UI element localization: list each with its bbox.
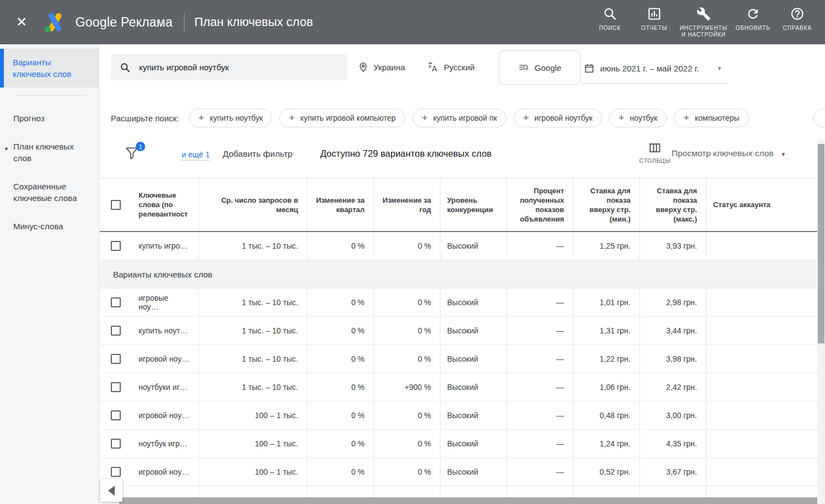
col-header-quarterly-change[interactable]: Изменение за квартал [307, 178, 373, 231]
cell-top-bid-low: 0,48 грн. [573, 402, 639, 429]
scroll-left-button[interactable] [100, 479, 122, 502]
cell-competition: Высокий [440, 289, 506, 316]
filter-button[interactable]: 1 [124, 145, 141, 162]
cell-quarterly-change: 0 % [307, 402, 373, 429]
cell-avg-monthly-searches: 100 – 1 тыс. [198, 430, 307, 457]
keyword-search-input[interactable]: купить игровой ноутбук [111, 54, 347, 80]
table-row[interactable]: игровые ноу… 1 тыс. – 10 тыс. 0 % 0 % Вы… [100, 289, 817, 317]
refine-chip[interactable]: +ноутбук [609, 109, 667, 127]
table-row[interactable]: ноутбуки иг… 1 тыс. – 10 тыс. 0 % +900 %… [100, 373, 817, 402]
cell-keyword: ноутбук игр… [132, 430, 198, 457]
cell-top-bid-low: 1,31 грн. [573, 317, 639, 344]
refine-chip-partial[interactable] [813, 109, 825, 127]
refine-chip[interactable]: +игровой ноутбук [514, 109, 602, 127]
cell-account-status [706, 458, 817, 486]
row-checkbox[interactable] [111, 382, 121, 392]
plus-icon: + [422, 112, 428, 124]
cell-yoy-change: 0 % [373, 289, 440, 316]
row-checkbox[interactable] [111, 467, 121, 477]
sidebar-item-keyword-plan[interactable]: ▼ План ключевых слов [0, 141, 99, 164]
cell-competition: Высокий [440, 430, 506, 457]
search-network-icon [518, 62, 529, 73]
col-header-yoy-change[interactable]: Изменение за год [373, 178, 440, 231]
cell-competition: Высокий [440, 232, 506, 260]
cell-keyword: игровой ноу… [132, 458, 198, 486]
col-header-competition[interactable]: Уровень конкуренции [440, 178, 506, 231]
select-all-checkbox[interactable] [111, 200, 121, 210]
search-button[interactable]: ПОИСК [590, 4, 630, 34]
table-row[interactable]: игровой ноу… 100 – 1 тыс. 0 % 0 % Высоки… [100, 402, 817, 430]
language-selector[interactable]: x A Русский [428, 54, 475, 80]
refresh-button[interactable]: ОБНОВИТЬ [733, 4, 773, 34]
results-summary: Доступно 729 вариантов ключевых слов [320, 148, 491, 159]
seed-keywords-body: купить игро… 1 тыс. – 10 тыс. 0 % 0 % Вы… [100, 232, 817, 260]
cell-competition: Высокий [440, 402, 506, 429]
plus-icon: + [683, 112, 689, 124]
page-title: План ключевых слов [194, 15, 313, 29]
refine-chip[interactable]: +купить игровой пк [412, 109, 506, 127]
col-header-account-status[interactable]: Статус аккаунта [706, 178, 817, 231]
help-button[interactable]: СПРАВКА [777, 4, 817, 34]
google-ads-logo-icon [42, 9, 68, 35]
network-selector[interactable]: Google [499, 50, 581, 85]
cell-top-bid-high: 2,42 грн. [639, 373, 706, 401]
keywords-table: Ключевые слова (по релевантност Ср. числ… [100, 178, 817, 504]
cell-top-bid-low: 1,25 грн. [573, 232, 639, 260]
add-filter-button[interactable]: Добавить фильтр [223, 149, 293, 159]
sidebar-item-saved-keywords[interactable]: Сохраненные ключевые слова [0, 181, 99, 204]
sidebar-item-negative-keywords[interactable]: Минус-слова [0, 220, 99, 232]
horizontal-scrollbar[interactable] [119, 497, 825, 504]
col-header-top-bid-low[interactable]: Ставка для показа вверху стр. (мин.) [573, 178, 639, 231]
keyword-view-selector[interactable]: Просмотр ключевых слов ▼ [672, 148, 786, 158]
refine-chip[interactable]: +купить ноутбук [189, 109, 272, 127]
more-filters-link[interactable]: и ещё 1 [182, 150, 209, 161]
row-checkbox[interactable] [111, 439, 121, 449]
col-header-avg-monthly-searches[interactable]: Ср. число запросов в месяц [198, 178, 307, 231]
refine-chip[interactable]: +купить игровой компьютер [279, 109, 405, 127]
table-row[interactable]: купить игро… 1 тыс. – 10 тыс. 0 % 0 % Вы… [100, 232, 817, 260]
cell-yoy-change: 0 % [373, 430, 440, 457]
vertical-scrollbar-thumb[interactable] [818, 144, 824, 343]
table-row[interactable]: ноутбук игр… 100 – 1 тыс. 0 % 0 % Высоки… [100, 430, 817, 458]
row-checkbox[interactable] [111, 354, 121, 364]
keyword-ideas-body: игровые ноу… 1 тыс. – 10 тыс. 0 % 0 % Вы… [100, 289, 817, 486]
sidebar-item-forecast[interactable]: Прогноз [0, 112, 99, 124]
table-row[interactable]: игровой ноу… 1 тыс. – 10 тыс. 0 % 0 % Вы… [100, 345, 817, 373]
reports-button[interactable]: ОТЧЕТЫ [634, 4, 674, 34]
table-row[interactable]: купить ноут… 1 тыс. – 10 тыс. 0 % 0 % Вы… [100, 317, 817, 345]
cell-competition: Высокий [440, 345, 506, 373]
brand-name: Google Реклама [75, 15, 173, 30]
cell-avg-monthly-searches: 1 тыс. – 10 тыс. [198, 373, 307, 401]
date-range-selector[interactable]: июнь 2021 г. – май 2022 г. ▼ [583, 53, 726, 84]
row-checkbox[interactable] [111, 241, 121, 251]
cell-impression-share: — [506, 232, 573, 260]
tools-settings-button[interactable]: ИНСТРУМЕНТЫ И НАСТРОЙКИ [679, 4, 729, 40]
cell-avg-monthly-searches: 1 тыс. – 10 тыс. [198, 232, 307, 260]
cell-avg-monthly-searches: 1 тыс. – 10 тыс. [198, 345, 307, 373]
cell-avg-monthly-searches: 100 – 1 тыс. [198, 458, 307, 486]
cell-quarterly-change: 0 % [307, 232, 373, 260]
refine-chip[interactable]: +компьютеры [674, 109, 749, 127]
cell-competition: Высокий [440, 458, 506, 486]
cell-top-bid-low: 1,24 грн. [573, 430, 639, 457]
row-checkbox[interactable] [111, 297, 121, 307]
col-header-keywords[interactable]: Ключевые слова (по релевантност [132, 178, 198, 231]
cell-top-bid-high: 3,44 грн. [639, 317, 706, 344]
cell-yoy-change: 0 % [373, 345, 440, 373]
table-row[interactable]: игровой ноу… 100 – 1 тыс. 0 % 0 % Высоки… [100, 458, 817, 486]
col-header-top-bid-high[interactable]: Ставка для показа вверху стр. (макс.) [639, 178, 706, 231]
location-selector[interactable]: Украина [358, 54, 405, 80]
row-checkbox[interactable] [111, 326, 121, 336]
col-header-impression-share[interactable]: Процент полученных показов объявления [506, 178, 573, 231]
cell-impression-share: — [506, 430, 573, 457]
bar-chart-icon [647, 7, 662, 21]
sidebar-item-keyword-ideas[interactable]: Варианты ключевых слов [0, 49, 99, 88]
cell-top-bid-high: 4,35 грн. [639, 430, 706, 457]
row-checkbox[interactable] [111, 410, 121, 420]
close-icon[interactable]: ✕ [13, 14, 30, 30]
divider [16, 95, 86, 96]
plus-icon: + [198, 112, 204, 124]
plus-icon: + [618, 112, 624, 124]
vertical-scrollbar-track[interactable] [817, 140, 825, 504]
cell-impression-share: — [506, 373, 573, 401]
